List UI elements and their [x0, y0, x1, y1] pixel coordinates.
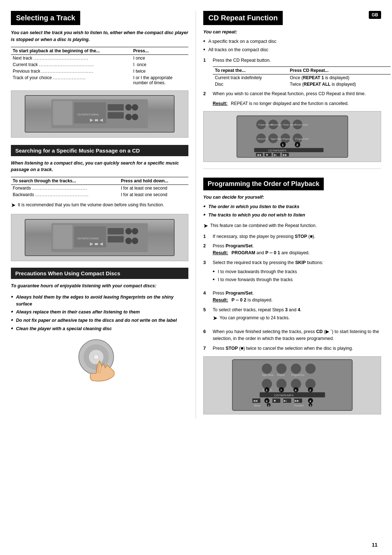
- page-number: 11: [372, 542, 377, 548]
- table-row: Forwards ...............................…: [11, 185, 188, 192]
- prog-step-3: 3 Select the required track by pressing …: [203, 259, 381, 287]
- prog-step-7: 7 Press STOP (■) twice to cancel the sel…: [203, 345, 381, 352]
- result-label: Result:: [213, 101, 228, 106]
- svg-rect-16: [108, 228, 124, 234]
- svg-point-20: [125, 238, 132, 244]
- svg-rect-14: [53, 225, 72, 249]
- device-svg-1: CD/TAPE/TUNING: [33, 98, 167, 130]
- table-row: Next track .............................…: [11, 54, 188, 61]
- svg-point-68: [305, 364, 315, 374]
- prog-device-image: Tape Mode Repeat Program/Set Mono/ST. 1 …: [203, 356, 381, 414]
- result-text: REPEAT is no longer displayed and the fu…: [231, 101, 348, 106]
- right-column: GB CD Repeat Function You can repeat: A …: [196, 11, 381, 419]
- selecting-title: Selecting a Track: [11, 11, 80, 25]
- list-item: The order in which you listen to the tra…: [203, 203, 381, 211]
- step-text: Press STOP (■) twice to cancel the selec…: [213, 345, 381, 352]
- prog-step-1: 1 If necessary, stop the player by press…: [203, 233, 381, 240]
- svg-text:CD/TAPE/TUNING: CD/TAPE/TUNING: [77, 113, 99, 116]
- arrow-icon-3: ➤: [213, 314, 217, 323]
- programming-title: Programming the Order of Playback: [203, 178, 324, 190]
- svg-text:Band: Band: [254, 405, 260, 407]
- section-divider: [203, 169, 381, 169]
- svg-point-6: [132, 104, 138, 111]
- step-num: 5: [203, 307, 209, 326]
- step-num: 4: [203, 290, 209, 304]
- result-label: Result:: [213, 250, 228, 255]
- repeat-device-svg: Power/Sound Preset EQ Timer on/off Timer…: [217, 114, 368, 159]
- table-row: Disc Twice (REPEAT ALL is displayed): [213, 81, 391, 88]
- step-num: 2: [203, 243, 209, 256]
- table-row: Previous track .........................…: [11, 68, 188, 74]
- svg-point-21: [132, 238, 138, 244]
- device-inner-2: CD/TAPE/TUNING: [25, 219, 175, 256]
- step-num: 6: [203, 328, 209, 342]
- svg-text:Mono/ST.: Mono/ST.: [257, 138, 268, 140]
- table-col1-header: To start playback at the beginning of th…: [11, 47, 131, 54]
- svg-text:■: ■: [266, 153, 268, 157]
- precautions-title: Precautions When Using Compact Discs: [11, 268, 188, 279]
- step-num: 1: [203, 233, 209, 240]
- svg-text:Timer on/off: Timer on/off: [283, 123, 295, 126]
- repeat-result: Result: REPEAT is no longer displayed an…: [213, 100, 381, 107]
- list-item: Always hold them by the edges to avoid l…: [11, 293, 188, 308]
- svg-text:■: ■: [274, 399, 275, 403]
- svg-point-29: [94, 355, 99, 360]
- arrow-icon-2: ➤: [203, 222, 208, 230]
- svg-rect-54: [254, 148, 323, 152]
- svg-point-67: [291, 364, 301, 374]
- svg-text:▶▶: ▶▶: [295, 400, 299, 403]
- repeat-col1: To repeat the...: [213, 67, 288, 74]
- svg-point-18: [125, 228, 132, 234]
- prog-note: ➤ This feature can be combined with the …: [203, 222, 381, 230]
- step-num: 3: [203, 259, 209, 287]
- svg-rect-25: [95, 243, 98, 245]
- step-text: To select other tracks, repeat Steps 3 a…: [213, 307, 381, 326]
- search-col2: Press and hold down...: [119, 177, 188, 185]
- svg-text:▶|: ▶|: [274, 153, 277, 157]
- svg-point-5: [125, 104, 132, 111]
- svg-point-7: [125, 114, 132, 120]
- svg-text:4: 4: [309, 400, 311, 403]
- prog-step-2: 2 Press Program/Set. Result: PROGRAM and…: [203, 243, 381, 256]
- step-1-num: 1: [203, 57, 209, 64]
- repeat-bullets: A specific track on a compact disc All t…: [203, 37, 381, 54]
- svg-text:Program/Set: Program/Set: [295, 138, 309, 141]
- selecting-table: To start playback at the beginning of th…: [11, 47, 188, 86]
- svg-text:▶▶: ▶▶: [282, 153, 287, 157]
- svg-text:Repeat: Repeat: [283, 138, 291, 141]
- svg-text:3: 3: [266, 400, 268, 403]
- selecting-section: Selecting a Track You can select the tra…: [11, 11, 188, 138]
- step-3-list: I to move backwards through the tracks I…: [213, 268, 381, 284]
- svg-rect-17: [108, 236, 124, 243]
- list-item: A specific track on a compact disc: [203, 37, 381, 46]
- svg-text:2: 2: [309, 389, 311, 392]
- svg-text:7: 7: [280, 389, 282, 392]
- cd-repeat-section: CD Repeat Function You can repeat: A spe…: [203, 11, 381, 162]
- svg-text:◀◀: ◀◀: [253, 400, 258, 403]
- list-item: Always replace them in their cases after…: [11, 308, 188, 316]
- step-2-text: When you wish to cancel the Repeat funct…: [213, 90, 381, 97]
- table-row: Track of your choice ...................…: [11, 74, 188, 86]
- svg-text:Tape Mode: Tape Mode: [270, 138, 282, 141]
- searching-section: Searching for a Specific Music Passage o…: [11, 145, 188, 262]
- device-inner-1: CD/TAPE/TUNING: [25, 95, 175, 132]
- list-item: The tracks to which you do not wish to l…: [203, 211, 381, 219]
- svg-rect-4: [108, 112, 124, 119]
- programming-section: Programming the Order of Playback You ca…: [203, 178, 381, 414]
- you-can-repeat: You can repeat:: [203, 29, 381, 35]
- svg-point-8: [132, 114, 138, 120]
- search-note: ➤ It is recommended that you turn the vo…: [11, 202, 188, 210]
- arrow-icon: ➤: [11, 201, 16, 210]
- search-col1: To search through the tracks...: [11, 177, 119, 185]
- prog-device-svg: Tape Mode Repeat Program/Set Mono/ST. 1 …: [217, 358, 368, 412]
- table-col2-header: Press...: [131, 47, 188, 54]
- cd-hand-area: [11, 339, 188, 382]
- device-svg-2: CD/TAPE/TUNING: [33, 222, 167, 254]
- device-image-2: CD/TAPE/TUNING: [11, 214, 188, 261]
- repeat-col2: Press CD Repeat...: [288, 67, 391, 74]
- repeat-device-image: Power/Sound Preset EQ Timer on/off Timer…: [203, 111, 381, 162]
- prog-step5-note: ➤ You can programme up to 24 tracks.: [213, 315, 381, 323]
- svg-point-19: [132, 228, 138, 234]
- prog-note-text: This feature can be combined with the Re…: [210, 222, 317, 229]
- table-row: Current track indefinitely Once (REPEAT …: [213, 74, 391, 81]
